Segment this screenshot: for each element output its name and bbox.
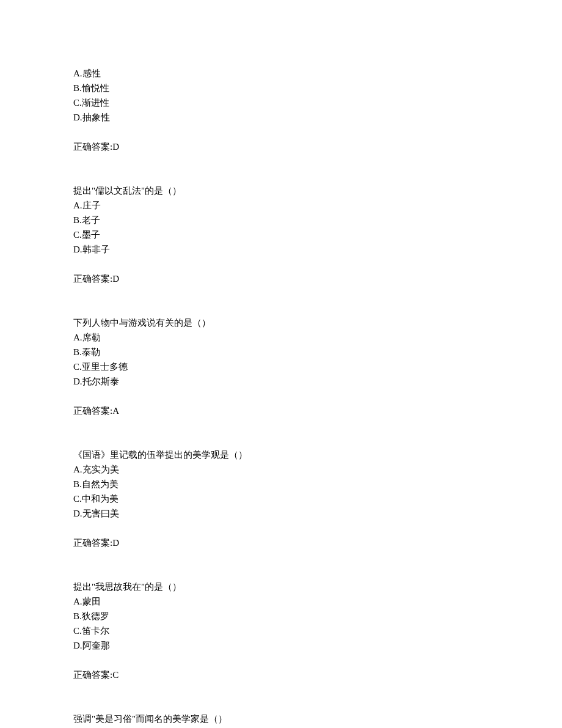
option-c: C.中和为美 — [73, 491, 562, 506]
question-prompt: 提出"我思故我在"的是（） — [73, 579, 562, 594]
option-a: A.蒙田 — [73, 594, 562, 609]
option-b: B.老子 — [73, 213, 562, 227]
option-a: A.席勒 — [73, 330, 562, 345]
question-block-3: 《国语》里记载的伍举提出的美学观是（） A.充实为美 B.自然为美 C.中和为美… — [73, 447, 562, 550]
option-d: D.无害曰美 — [73, 506, 562, 521]
option-a: A.感性 — [73, 66, 562, 81]
answer-text: 正确答案:D — [73, 535, 562, 550]
option-c: C.亚里士多德 — [73, 359, 562, 374]
option-d: D.阿奎那 — [73, 638, 562, 653]
option-c: C.墨子 — [73, 227, 562, 242]
option-d: D.抽象性 — [73, 110, 562, 125]
option-b: B.自然为美 — [73, 477, 562, 491]
question-block-1: 提出"儒以文乱法"的是（） A.庄子 B.老子 C.墨子 D.韩非子 正确答案:… — [73, 183, 562, 286]
question-prompt: 下列人物中与游戏说有关的是（） — [73, 315, 562, 330]
question-block-0: A.感性 B.愉悦性 C.渐进性 D.抽象性 正确答案:D — [73, 66, 562, 154]
question-block-4: 提出"我思故我在"的是（） A.蒙田 B.狄德罗 C.笛卡尔 D.阿奎那 正确答… — [73, 579, 562, 682]
option-b: B.愉悦性 — [73, 81, 562, 95]
answer-text: 正确答案:D — [73, 139, 562, 154]
question-prompt: 提出"儒以文乱法"的是（） — [73, 183, 562, 198]
question-prompt: 强调"美是习俗"而闻名的美学家是（） — [73, 711, 562, 726]
option-d: D.托尔斯泰 — [73, 374, 562, 389]
option-b: B.狄德罗 — [73, 609, 562, 623]
option-d: D.韩非子 — [73, 242, 562, 257]
option-b: B.泰勒 — [73, 345, 562, 359]
answer-text: 正确答案:D — [73, 271, 562, 286]
question-block-2: 下列人物中与游戏说有关的是（） A.席勒 B.泰勒 C.亚里士多德 D.托尔斯泰… — [73, 315, 562, 418]
question-prompt: 《国语》里记载的伍举提出的美学观是（） — [73, 447, 562, 462]
option-c: C.笛卡尔 — [73, 623, 562, 638]
option-c: C.渐进性 — [73, 95, 562, 110]
question-block-5: 强调"美是习俗"而闻名的美学家是（） A.乔治.迪基 B.托马斯.门罗 — [73, 711, 562, 728]
option-a: A.充实为美 — [73, 462, 562, 477]
answer-text: 正确答案:A — [73, 403, 562, 418]
answer-text: 正确答案:C — [73, 667, 562, 682]
option-a: A.庄子 — [73, 198, 562, 213]
